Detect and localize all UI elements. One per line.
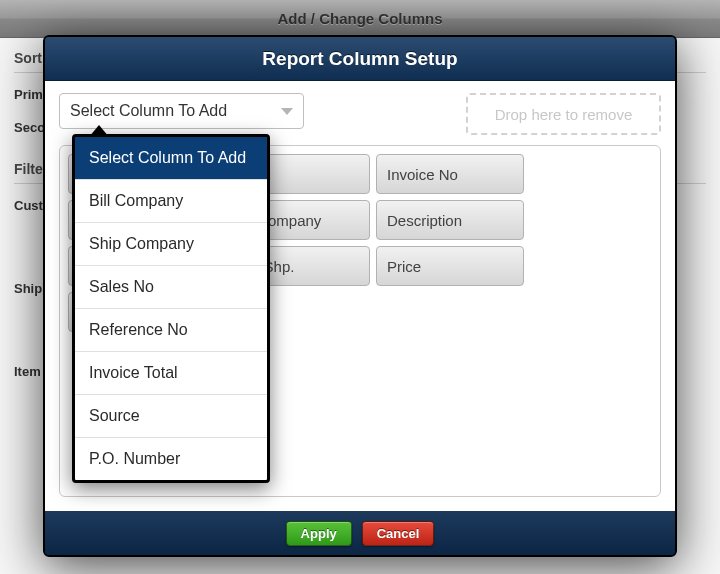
column-select-option[interactable]: Ship Company <box>75 223 267 266</box>
modal-title: Report Column Setup <box>262 48 457 70</box>
modal-header: Report Column Setup <box>45 37 675 81</box>
column-select-menu[interactable]: Select Column To AddBill CompanyShip Com… <box>72 134 270 483</box>
column-chip-label: Invoice No <box>387 166 458 183</box>
modal-footer: Apply Cancel <box>45 511 675 555</box>
column-select-option[interactable]: Bill Company <box>75 180 267 223</box>
column-select-wrap: Select Column To Add <box>59 93 304 129</box>
cancel-button[interactable]: Cancel <box>362 521 435 546</box>
column-chip-label: Price <box>387 258 421 275</box>
column-select-label: Select Column To Add <box>70 102 227 120</box>
column-select-option[interactable]: Reference No <box>75 309 267 352</box>
column-chip-label: Description <box>387 212 462 229</box>
dropzone-label: Drop here to remove <box>495 106 633 123</box>
column-select-dropdown[interactable]: Select Column To Add <box>59 93 304 129</box>
column-chip[interactable]: Price <box>376 246 524 286</box>
column-select-option[interactable]: Source <box>75 395 267 438</box>
column-select-option[interactable]: Select Column To Add <box>75 137 267 180</box>
column-chip[interactable]: Invoice No <box>376 154 524 194</box>
column-select-option[interactable]: P.O. Number <box>75 438 267 480</box>
column-chip[interactable]: Description <box>376 200 524 240</box>
column-select-option[interactable]: Invoice Total <box>75 352 267 395</box>
chevron-down-icon <box>281 108 293 115</box>
remove-dropzone[interactable]: Drop here to remove <box>466 93 661 135</box>
apply-button[interactable]: Apply <box>286 521 352 546</box>
column-select-option[interactable]: Sales No <box>75 266 267 309</box>
